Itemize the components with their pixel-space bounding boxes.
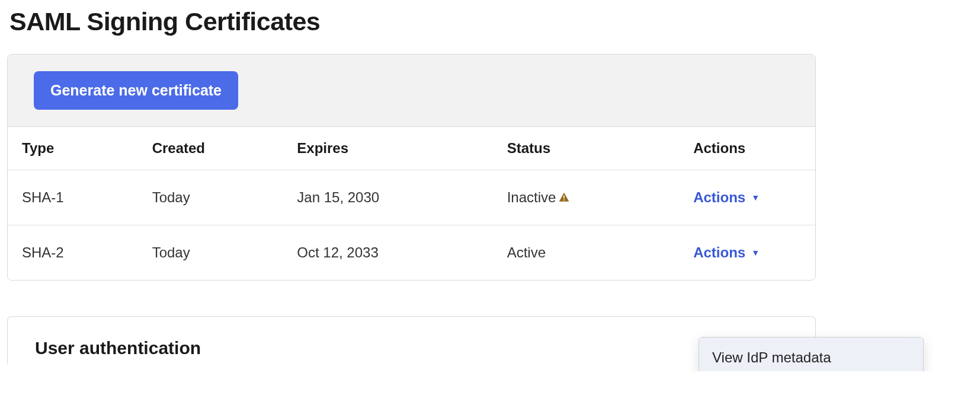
cell-created: Today bbox=[138, 225, 283, 281]
certificates-card: Generate new certificate Type Created Ex… bbox=[7, 54, 816, 281]
column-header-status: Status bbox=[493, 127, 680, 170]
caret-down-icon: ▼ bbox=[751, 248, 760, 257]
dropdown-item-view-idp-metadata[interactable]: View IdP metadata bbox=[699, 337, 923, 371]
cell-created: Today bbox=[138, 170, 283, 225]
cell-type: SHA-2 bbox=[8, 225, 138, 281]
cell-status: Active bbox=[493, 225, 680, 281]
cell-actions: Actions ▼ bbox=[679, 225, 815, 281]
cell-status: Inactive bbox=[493, 170, 680, 225]
page-title: SAML Signing Certificates bbox=[9, 7, 973, 36]
generate-new-certificate-button[interactable]: Generate new certificate bbox=[34, 71, 238, 110]
table-row: SHA-1 Today Jan 15, 2030 Inactive bbox=[8, 170, 815, 225]
actions-dropdown-menu: View IdP metadata Download certificate bbox=[699, 337, 924, 371]
column-header-expires: Expires bbox=[283, 127, 492, 170]
svg-rect-0 bbox=[564, 196, 565, 199]
actions-dropdown-trigger[interactable]: Actions ▼ bbox=[693, 189, 760, 206]
actions-label: Actions bbox=[693, 244, 745, 261]
cell-type: SHA-1 bbox=[8, 170, 138, 225]
column-header-created: Created bbox=[138, 127, 283, 170]
svg-rect-1 bbox=[564, 199, 565, 200]
status-text: Active bbox=[507, 244, 546, 261]
card-header: Generate new certificate bbox=[8, 55, 815, 127]
column-header-type: Type bbox=[8, 127, 138, 170]
cell-expires: Oct 12, 2033 bbox=[283, 225, 492, 281]
user-authentication-card: User authentication Edit bbox=[7, 316, 816, 364]
table-row: SHA-2 Today Oct 12, 2033 Active Actions … bbox=[8, 225, 815, 281]
user-authentication-title: User authentication bbox=[35, 338, 201, 358]
caret-down-icon: ▼ bbox=[751, 193, 760, 202]
status-text: Inactive bbox=[507, 189, 556, 206]
actions-label: Actions bbox=[693, 189, 745, 206]
actions-dropdown-trigger[interactable]: Actions ▼ bbox=[693, 244, 760, 261]
table-header-row: Type Created Expires Status Actions bbox=[8, 127, 815, 170]
cell-actions: Actions ▼ bbox=[679, 170, 815, 225]
warning-icon bbox=[558, 192, 570, 203]
cell-expires: Jan 15, 2030 bbox=[283, 170, 492, 225]
column-header-actions: Actions bbox=[679, 127, 815, 170]
certificates-table: Type Created Expires Status Actions SHA-… bbox=[8, 127, 815, 280]
